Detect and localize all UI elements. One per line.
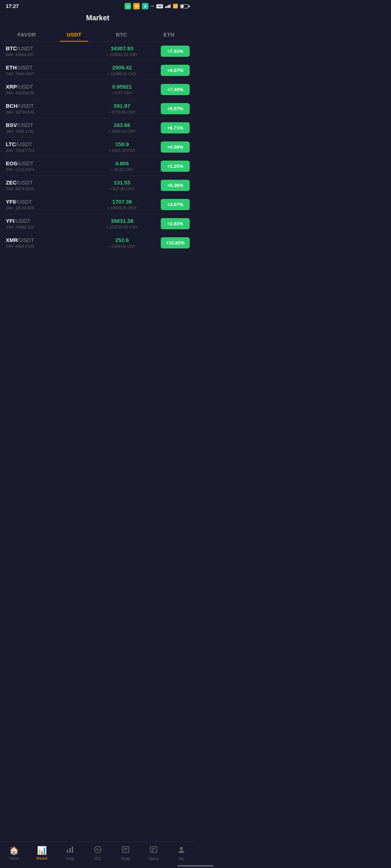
coin-price-main: 0.85921	[83, 84, 161, 90]
coin-base: XMR	[6, 237, 18, 243]
coin-base: BTC	[6, 45, 17, 51]
coin-change-badge: +3.07%	[161, 199, 190, 210]
coin-quote: /USDT	[17, 45, 33, 51]
coin-price-block: 0.85921 ≈ 5.47 CNY	[83, 84, 161, 95]
coin-base: YFI	[6, 218, 14, 224]
coin-change-badge: +6.36%	[161, 180, 190, 191]
market-row[interactable]: BCH/USDT 24H 10734.536 591.97 ≈ 3770.85 …	[3, 99, 193, 118]
notif-yellow: ✉	[133, 3, 140, 9]
coin-change-badge: +4.58%	[161, 141, 190, 153]
coin-price-cny: ≈ 10876.01 CNY	[83, 206, 161, 210]
coin-price-block: 2509.42 ≈ 15985.01 CNY	[83, 64, 161, 76]
market-row[interactable]: XRP/USDT 24H 443494.66 0.85921 ≈ 5.47 CN…	[3, 80, 193, 99]
coin-price-main: 34307.93	[83, 45, 161, 51]
battery	[180, 4, 190, 8]
market-row[interactable]: YFII/USDT 24H 18133.589 1707.38 ≈ 10876.…	[3, 195, 193, 214]
coin-price-cny: ≈ 1609.06 CNY	[83, 244, 161, 248]
coin-base: EOS	[6, 160, 17, 166]
coin-price-block: 163.66 ≈ 1045.53 CNY	[83, 122, 161, 133]
coin-info: XMR/USDT 24H 8469.7148	[6, 237, 83, 248]
market-list: BTC/USDT 24H 44664.807 34307.93 ≈ 218541…	[0, 42, 196, 252]
coin-price-main: 2509.42	[83, 64, 161, 71]
coin-volume: 24H 443494.66	[6, 91, 83, 95]
coin-price-block: 591.97 ≈ 3770.85 CNY	[83, 103, 161, 114]
coin-price-cny: ≈ 218541.51 CNY	[83, 52, 161, 57]
market-tabs: FAVOR USDT BTC ETH	[3, 28, 193, 42]
coin-change-badge: +7.40%	[161, 84, 190, 95]
market-row[interactable]: XMR/USDT 24H 8469.7148 252.6 ≈ 1609.06 C…	[3, 233, 193, 252]
tab-eth[interactable]: ETH	[145, 28, 193, 41]
market-row[interactable]: LTC/USDT 24H 7229.7723 158.9 ≈ 1012.19 C…	[3, 137, 193, 157]
coin-price-cny: ≈ 3770.85 CNY	[83, 110, 161, 114]
coin-price-cny: ≈ 30.61 CNY	[83, 167, 161, 172]
coin-quote: /USDT	[17, 160, 34, 166]
coin-info: BTC/USDT 24H 44664.807	[6, 45, 83, 57]
coin-info: EOS/USDT 24H 5115.4374	[6, 160, 83, 172]
coin-volume: 24H 44664.807	[6, 52, 83, 57]
coin-price-block: 1707.38 ≈ 10876.01 CNY	[83, 199, 161, 210]
market-row[interactable]: BSV/USDT 24H 7626.1192 163.66 ≈ 1045.53 …	[3, 118, 193, 137]
coin-quote: /USDT	[16, 141, 32, 147]
coin-change-badge: +6.71%	[161, 122, 190, 133]
coin-price-block: 131.53 ≈ 837.85 CNY	[83, 179, 161, 191]
coin-volume: 24H 7626.1192	[6, 129, 83, 133]
tab-favor[interactable]: FAVOR	[3, 28, 50, 41]
coin-price-block: 158.9 ≈ 1012.19 CNY	[83, 141, 161, 153]
page-title: Market	[0, 11, 196, 28]
market-row[interactable]: ZEC/USDT 24H 6874.0926 131.53 ≈ 837.85 C…	[3, 176, 193, 195]
more-icon: ···	[151, 4, 154, 9]
tab-btc[interactable]: BTC	[98, 28, 145, 41]
coin-base: ETH	[6, 64, 17, 71]
coin-price-cny: ≈ 5.47 CNY	[83, 91, 161, 95]
hd-badge: HD	[156, 4, 163, 8]
coin-price-cny: ≈ 1045.53 CNY	[83, 129, 161, 133]
coin-info: BSV/USDT 24H 7626.1192	[6, 122, 83, 133]
tab-usdt[interactable]: USDT	[50, 28, 98, 41]
coin-name: ETH/USDT	[6, 64, 83, 71]
coin-price-block: 4.806 ≈ 30.61 CNY	[83, 160, 161, 172]
coin-volume: 24H 7229.7723	[6, 148, 83, 153]
coin-name: ZEC/USDT	[6, 179, 83, 186]
coin-info: ETH/USDT 24H 7463.0047	[6, 64, 83, 76]
coin-name: BTC/USDT	[6, 45, 83, 51]
coin-price-block: 252.6 ≈ 1609.06 CNY	[83, 237, 161, 248]
coin-base: ZEC	[6, 179, 17, 186]
coin-change-badge: +2.83%	[161, 218, 190, 229]
coin-base: LTC	[6, 141, 16, 147]
coin-quote: /USDT	[18, 237, 34, 243]
coin-name: XMR/USDT	[6, 237, 83, 243]
market-row[interactable]: ETH/USDT 24H 7463.0047 2509.42 ≈ 15985.0…	[3, 61, 193, 80]
coin-price-cny: ≈ 253725.89 CNY	[83, 225, 161, 229]
coin-change-badge: +5.57%	[161, 103, 190, 114]
coin-price-block: 39831.38 ≈ 253725.89 CNY	[83, 218, 161, 229]
coin-info: ZEC/USDT 24H 6874.0926	[6, 179, 83, 191]
coin-quote: /USDT	[14, 218, 30, 224]
coin-name: LTC/USDT	[6, 141, 83, 147]
coin-price-main: 591.97	[83, 103, 161, 109]
coin-quote: /USDT	[17, 122, 33, 128]
coin-name: YFI/USDT	[6, 218, 83, 224]
coin-quote: /USDT	[17, 84, 33, 90]
coin-change-badge: +10.82%	[161, 237, 190, 248]
notif-teal: ⬇	[142, 3, 148, 9]
coin-name: BCH/USDT	[6, 103, 83, 109]
status-right: ● ✉ ⬇ ··· HD 📶	[125, 3, 190, 9]
wifi-icon: 📶	[173, 4, 178, 9]
coin-change-badge: +6.07%	[161, 65, 190, 76]
coin-name: EOS/USDT	[6, 160, 83, 166]
market-row[interactable]: YFI/USDT 24H 29482.226 39831.38 ≈ 253725…	[3, 214, 193, 233]
coin-price-main: 131.53	[83, 179, 161, 186]
market-row[interactable]: EOS/USDT 24H 5115.4374 4.806 ≈ 30.61 CNY…	[3, 157, 193, 176]
coin-info: XRP/USDT 24H 443494.66	[6, 84, 83, 95]
coin-quote: /USDT	[17, 64, 33, 71]
coin-change-badge: +7.93%	[161, 46, 190, 57]
coin-volume: 24H 7463.0047	[6, 72, 83, 76]
coin-name: BSV/USDT	[6, 122, 83, 128]
coin-volume: 24H 5115.4374	[6, 167, 83, 172]
coin-price-cny: ≈ 1012.19 CNY	[83, 148, 161, 153]
coin-price-main: 158.9	[83, 141, 161, 147]
coin-name: YFII/USDT	[6, 199, 83, 205]
coin-change-badge: +2.25%	[161, 161, 190, 172]
status-time: 17:27	[6, 3, 19, 9]
market-row[interactable]: BTC/USDT 24H 44664.807 34307.93 ≈ 218541…	[3, 42, 193, 61]
